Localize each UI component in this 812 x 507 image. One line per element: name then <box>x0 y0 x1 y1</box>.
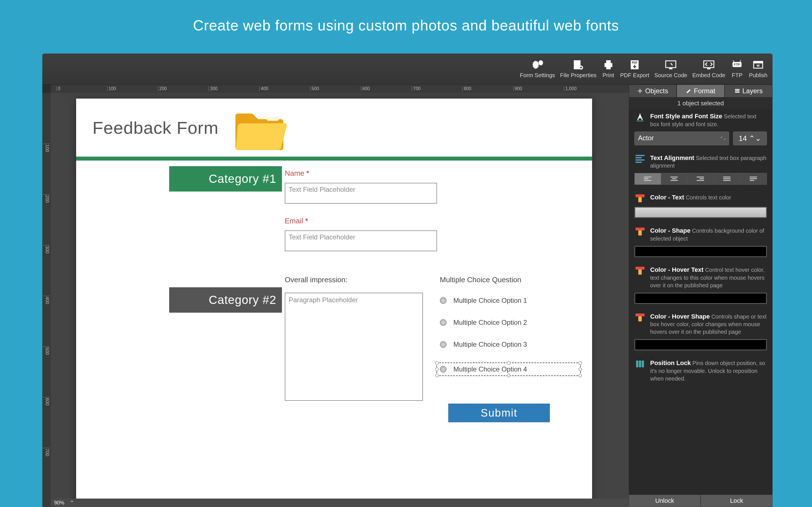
selection-handle[interactable] <box>507 374 510 377</box>
hover-text-color-swatch[interactable] <box>635 293 767 304</box>
form-header: Feedback Form <box>76 99 592 161</box>
shape-color-section: Color - Shape Controls background color … <box>635 226 767 257</box>
ftp-icon: FTP <box>730 59 744 70</box>
hover-shape-color-swatch[interactable] <box>635 339 767 350</box>
file-properties-button[interactable]: File Properties <box>560 59 597 78</box>
paragraph-input[interactable]: Paragraph Placeholder <box>285 293 423 401</box>
shape-color-swatch[interactable] <box>635 246 767 257</box>
align-right-button[interactable] <box>688 173 714 184</box>
panel-body: Font Style and Font Size Selected text b… <box>629 109 772 495</box>
radio-icon <box>440 366 447 373</box>
name-input[interactable]: Text Field Placeholder <box>285 183 437 204</box>
gears-icon <box>530 59 544 70</box>
status-bar: 90% ⌃ <box>51 499 629 507</box>
label-text: Name <box>285 169 304 177</box>
toolbar-label: Publish <box>749 72 767 78</box>
svg-rect-2 <box>574 62 580 63</box>
lock-button[interactable]: Lock <box>701 495 772 507</box>
ruler-horizontal: 0 100 200 300 400 500 600 700 800 900 1,… <box>51 84 629 93</box>
font-section: Font Style and Font Size Selected text b… <box>635 112 767 145</box>
submit-button[interactable]: Submit <box>448 404 550 422</box>
brush-icon <box>635 226 646 237</box>
svg-text:PDF: PDF <box>632 61 638 64</box>
mc-option-2[interactable]: Multiple Choice Option 2 <box>440 319 581 327</box>
email-label[interactable]: Email * <box>285 217 581 225</box>
form-settings-button[interactable]: Form Settings <box>520 59 555 78</box>
svg-rect-48 <box>638 270 642 275</box>
tab-format[interactable]: Format <box>677 84 725 98</box>
svg-rect-35 <box>700 178 704 179</box>
font-family-select[interactable]: Actor ⌃⌄ <box>635 131 729 145</box>
form-page[interactable]: Feedback Form Category #1 Category #2 <box>76 99 592 499</box>
svg-rect-39 <box>723 180 730 181</box>
prop-title: Color - Text <box>650 194 684 201</box>
svg-rect-30 <box>644 180 651 181</box>
align-icon <box>635 154 646 164</box>
required-mark: * <box>305 217 308 225</box>
form-title[interactable]: Feedback Form <box>93 118 218 138</box>
tab-label: Layers <box>742 87 763 95</box>
tab-layers[interactable]: Layers <box>725 84 772 98</box>
print-button[interactable]: Print <box>602 59 615 78</box>
publish-button[interactable]: W Publish <box>749 59 767 78</box>
mc-option-3[interactable]: Multiple Choice Option 3 <box>440 341 581 348</box>
svg-rect-14 <box>707 68 711 69</box>
promo-title: Create web forms using custom photos and… <box>0 0 812 45</box>
selection-handle[interactable] <box>578 361 582 365</box>
align-left-button[interactable] <box>635 173 661 184</box>
toolbar-label: PDF Export <box>620 72 649 78</box>
svg-rect-29 <box>644 178 649 179</box>
selection-handle[interactable] <box>507 361 510 365</box>
selection-handle[interactable] <box>578 368 582 371</box>
align-justify-button[interactable] <box>714 173 741 184</box>
svg-rect-33 <box>670 180 678 181</box>
source-code-button[interactable]: Source Code <box>654 59 688 78</box>
tab-objects[interactable]: Objects <box>629 84 677 98</box>
embed-code-button[interactable]: Embed Code <box>693 59 725 78</box>
zoom-value[interactable]: 90% <box>54 500 64 506</box>
categories-column: Category #1 Category #2 <box>76 161 273 431</box>
name-label[interactable]: Name * <box>285 169 581 178</box>
svg-text:W: W <box>757 64 760 67</box>
align-center-button[interactable] <box>661 173 688 184</box>
chevron-up-icon[interactable]: ⌃ <box>70 500 74 506</box>
ftp-button[interactable]: FTP FTP <box>730 59 744 78</box>
ruler-tick: 500 <box>43 346 50 355</box>
category-2-label[interactable]: Category #2 <box>169 287 282 313</box>
font-size-stepper[interactable]: 14 ⌃⌄ <box>733 131 767 145</box>
mc-question-label[interactable]: Multiple Choice Question <box>440 276 581 284</box>
svg-rect-1 <box>574 61 580 62</box>
font-icon <box>635 112 646 122</box>
text-color-swatch[interactable] <box>635 207 767 218</box>
svg-rect-44 <box>638 197 642 202</box>
selection-handle[interactable] <box>435 361 439 365</box>
inspector-panel: Objects Format Layers 1 object selected … <box>629 84 772 507</box>
svg-rect-25 <box>636 157 642 158</box>
svg-rect-20 <box>735 89 740 90</box>
selection-handle[interactable] <box>435 374 439 377</box>
chevron-updown-icon: ⌃⌄ <box>749 134 761 143</box>
ruler-tick: 900 <box>513 86 522 91</box>
pdf-export-button[interactable]: PDF PDF Export <box>620 59 649 78</box>
svg-rect-49 <box>636 314 645 316</box>
unlock-button[interactable]: Unlock <box>629 495 701 507</box>
required-mark: * <box>306 169 309 177</box>
layers-icon <box>734 88 740 94</box>
pdf-icon: PDF <box>628 59 642 70</box>
canvas-viewport[interactable]: Feedback Form Category #1 Category #2 <box>51 93 629 499</box>
mc-option-4-selected[interactable]: Multiple Choice Option 4 <box>437 362 581 376</box>
hover-shape-color-section: Color - Hover Shape Controls shape or te… <box>635 313 767 351</box>
svg-rect-8 <box>606 66 611 69</box>
selection-handle[interactable] <box>578 374 582 377</box>
mc-option-1[interactable]: Multiple Choice Option 1 <box>440 297 581 304</box>
selection-handle[interactable] <box>435 368 439 371</box>
tab-label: Objects <box>645 87 668 95</box>
folder-icon[interactable] <box>230 102 289 153</box>
align-distribute-button[interactable] <box>740 173 767 184</box>
overall-label[interactable]: Overall impression: <box>285 276 423 284</box>
ruler-tick: 0 <box>56 86 60 91</box>
svg-rect-43 <box>636 194 645 197</box>
ruler-tick: 1,000 <box>564 86 576 91</box>
email-input[interactable]: Text Field Placeholder <box>285 230 437 251</box>
category-1-label[interactable]: Category #1 <box>169 166 282 191</box>
